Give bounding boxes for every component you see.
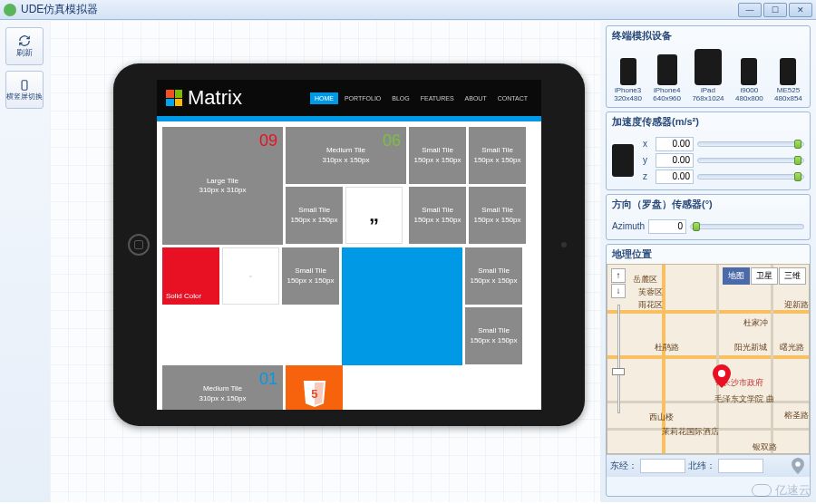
device-ipad[interactable]: iPad768x1024 [692,49,724,103]
nav-features[interactable]: FEATURES [416,92,459,104]
tile-grid: 09 Large Tile 310px x 310px 06 Medium Ti… [157,121,541,410]
lng-input[interactable] [640,459,685,473]
tile-small[interactable]: Small Tile150px x 150px [286,187,343,244]
device-iphone3[interactable]: iPhone3320x480 [614,58,642,103]
axis-y-label: y [643,155,652,165]
svg-point-2 [718,370,725,377]
minimize-button[interactable]: — [738,3,762,17]
home-button-icon[interactable] [128,234,150,256]
map-label: 芙蓉区 [638,286,663,298]
tile-medium-1[interactable]: 06 Medium Tile 310px x 150px [286,127,406,184]
refresh-icon [16,34,33,47]
locate-icon[interactable] [790,458,806,474]
tile-small[interactable]: Small Tile150px x 150px [469,187,526,244]
tile-date: 09 [259,131,277,151]
nav-links: HOME PORTFOLIO BLOG FEATURES ABOUT CONTA… [310,92,532,104]
tile-date: 06 [383,131,401,151]
map-pan-controls[interactable]: ↑ ↓ [611,268,626,298]
tile-image[interactable]: ▫ [222,247,279,305]
tile-small[interactable]: Small Tile150px x 150px [409,187,466,244]
device-iphone4[interactable]: iPhone4640x960 [653,54,681,103]
lng-label: 东经： [610,460,637,472]
windows-logo-icon [166,90,182,106]
map-label: 西山楼 [649,412,674,423]
compass-panel: 方向（罗盘）传感器(°) Azimuth0 [606,194,811,240]
map-label: 毛泽东文学院 曲 [714,393,774,405]
tile-small[interactable]: Small Tile150px x 150px [469,127,526,184]
watermark: 亿速云 [752,482,811,499]
map-zoom-slider[interactable] [614,305,623,413]
maximize-button[interactable]: ☐ [763,3,787,17]
site-header: Matrix HOME PORTFOLIO BLOG FEATURES ABOU… [157,80,541,116]
axis-z-label: z [643,171,652,181]
map-tab-3d[interactable]: 三维 [779,267,806,285]
map-label: 杜鹃路 [655,342,679,354]
left-toolbar: 刷新 横竖屏切换 [0,20,50,502]
lat-label: 北纬： [688,460,715,472]
site-brand: Matrix [188,86,310,110]
right-panel: 终端模拟设备 iPhone3320x480 iPhone4640x960 iPa… [600,20,816,502]
devices-title: 终端模拟设备 [607,26,810,45]
nav-portfolio[interactable]: PORTFOLIO [340,92,385,104]
accel-y-value: 0.00 [656,153,694,168]
accel-z-slider[interactable] [697,174,804,179]
device-i9000[interactable]: i9000480x800 [735,58,763,103]
accel-x-slider[interactable] [697,141,804,147]
tile-medium-2[interactable]: 01 Medium Tile 310px x 150px [162,365,283,410]
azimuth-label: Azimuth [612,221,645,231]
azimuth-value: 0 [648,219,686,234]
app-icon [4,4,16,16]
tile-small[interactable]: Small Tile150px x 150px [465,247,522,305]
rotate-icon [16,79,33,92]
tile-quote[interactable]: „ [345,187,403,244]
refresh-label: 刷新 [16,47,33,59]
map-label: 茉莉花国际酒店 [662,426,719,438]
map-tab-satellite[interactable]: 卫星 [751,267,778,285]
compass-title: 方向（罗盘）传感器(°) [607,195,810,214]
tile-solid-red[interactable]: Solid Color [162,247,219,305]
map-tab-map[interactable]: 地图 [723,267,750,285]
titlebar: UDE仿真模拟器 — ☐ ✕ [0,0,816,20]
map[interactable]: 岳麓区 芙蓉区 杜家冲 杜鹃路 阳光新城 曙光路 ★长沙市政府 毛泽东文学院 曲… [607,264,810,454]
tile-large[interactable]: 09 Large Tile 310px x 310px [162,127,283,245]
close-button[interactable]: ✕ [789,3,812,17]
svg-rect-0 [22,80,27,90]
device-me525[interactable]: ME525480x854 [774,58,802,103]
tile-small[interactable]: Small Tile150px x 150px [465,307,522,364]
map-marker-icon [713,364,731,390]
lat-input[interactable] [718,459,763,473]
nav-contact[interactable]: CONTACT [493,92,532,104]
geo-panel: 地理位置 岳麓区 芙蓉区 杜家冲 杜鹃路 阳光新城 曙光路 ★长沙市政府 [606,244,811,497]
map-pan-up[interactable]: ↑ [611,268,626,283]
accel-y-slider[interactable] [697,158,804,163]
map-label: 迎新路 [784,299,809,311]
azimuth-slider[interactable] [690,224,804,229]
device-frame-ipad: Matrix HOME PORTFOLIO BLOG FEATURES ABOU… [113,63,585,426]
map-label: 曙光路 [780,342,804,354]
quote-icon: „ [369,202,379,228]
tile-html5[interactable]: 5 [286,365,343,410]
coords-bar: 东经： 北纬： [607,454,810,477]
orientation-label: 横竖屏切换 [6,92,43,102]
axis-x-label: x [643,139,652,149]
window-title: UDE仿真模拟器 [21,2,738,17]
tile-small[interactable]: Small Tile150px x 150px [282,247,339,305]
accel-x-value: 0.00 [656,137,694,151]
nav-blog[interactable]: BLOG [387,92,413,104]
map-pan-down[interactable]: ↓ [611,284,626,298]
geo-title: 地理位置 [607,245,810,264]
simulator-canvas: Matrix HOME PORTFOLIO BLOG FEATURES ABOU… [50,20,600,502]
html5-icon: 5 [301,379,328,410]
nav-home[interactable]: HOME [310,92,338,104]
device-thumb-icon [612,144,634,177]
accelerometer-panel: 加速度传感器(m/s²) x0.00 y0.00 z0.00 [606,111,811,190]
tile-small[interactable]: Small Tile150px x 150px [409,127,466,184]
svg-text:5: 5 [311,386,317,400]
tile-blue-large[interactable] [342,247,462,365]
svg-point-3 [795,461,801,467]
orientation-button[interactable]: 横竖屏切换 [5,71,44,109]
refresh-button[interactable]: 刷新 [5,27,44,65]
map-label: 榕圣路 [784,410,809,422]
nav-about[interactable]: ABOUT [461,92,491,104]
device-screen: Matrix HOME PORTFOLIO BLOG FEATURES ABOU… [157,80,541,410]
